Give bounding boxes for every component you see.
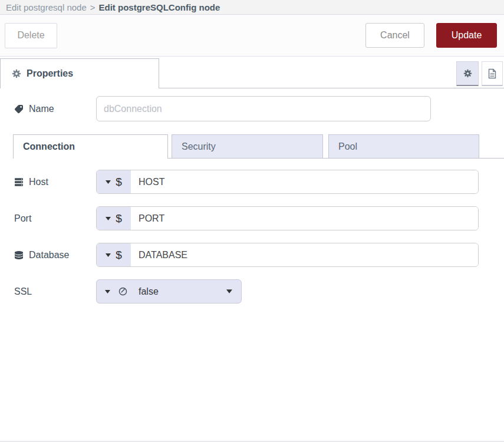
ssl-label-text: SSL	[14, 286, 32, 297]
chevron-down-icon	[105, 290, 110, 293]
chevron-down-icon	[106, 253, 111, 257]
tab-properties[interactable]: Properties	[0, 58, 159, 88]
edit-properties-button[interactable]	[456, 61, 479, 86]
host-row: Host $	[14, 170, 504, 194]
delete-button[interactable]: Delete	[5, 23, 57, 48]
server-icon	[14, 177, 24, 187]
name-row: Name	[14, 96, 504, 121]
database-typed-input: $	[96, 243, 479, 267]
config-tabs: Connection Security Pool	[13, 134, 504, 159]
database-label-text: Database	[29, 250, 70, 260]
gear-icon	[463, 69, 472, 78]
database-icon	[14, 250, 24, 260]
port-label-text: Port	[14, 213, 31, 224]
ssl-value: false	[139, 286, 159, 297]
host-type-select-button[interactable]: $	[97, 170, 131, 193]
port-typed-input: $	[96, 206, 479, 230]
host-label: Host	[14, 177, 96, 187]
host-input[interactable]	[131, 170, 478, 193]
env-var-type-icon: $	[116, 212, 122, 225]
tab-properties-label: Properties	[27, 68, 73, 79]
breadcrumb-current: Edit postgreSQLConfig node	[99, 2, 220, 12]
name-label-text: Name	[29, 104, 54, 114]
tab-connection-label: Connection	[23, 141, 75, 152]
chevron-down-icon	[226, 289, 232, 293]
ssl-select[interactable]: false	[96, 279, 242, 304]
tab-pool-label: Pool	[338, 141, 357, 152]
tab-security[interactable]: Security	[172, 134, 323, 158]
env-var-type-icon: $	[116, 176, 122, 189]
port-input[interactable]	[131, 207, 478, 230]
tab-security-label: Security	[182, 141, 216, 152]
database-type-select-button[interactable]: $	[97, 243, 131, 266]
editor-header: Properties	[0, 57, 504, 88]
breadcrumb: Edit postgresql node > Edit postgreSQLCo…	[0, 0, 504, 15]
ssl-row: SSL false	[14, 279, 504, 304]
name-input[interactable]	[96, 96, 431, 121]
cancel-button[interactable]: Cancel	[365, 23, 424, 48]
port-row: Port $	[14, 206, 504, 230]
toolbar: Delete Cancel Update	[0, 15, 504, 57]
connection-fields: Host $ Port	[14, 170, 504, 304]
database-input[interactable]	[131, 243, 478, 266]
database-label: Database	[14, 250, 96, 260]
update-button[interactable]: Update	[436, 23, 497, 48]
port-label: Port	[14, 213, 96, 224]
properties-panel: Name Connection Security Pool	[0, 88, 504, 304]
doc-icon	[487, 68, 497, 79]
bool-icon	[118, 286, 128, 296]
tab-pool[interactable]: Pool	[328, 134, 479, 158]
host-typed-input: $	[96, 170, 479, 194]
gear-icon	[12, 69, 21, 78]
breadcrumb-parent-link[interactable]: Edit postgresql node	[6, 2, 87, 12]
chevron-down-icon	[106, 180, 111, 184]
ssl-label: SSL	[14, 286, 96, 297]
env-var-type-icon: $	[116, 249, 122, 262]
tab-connection[interactable]: Connection	[13, 134, 168, 159]
database-row: Database $	[14, 243, 504, 267]
host-label-text: Host	[29, 177, 48, 187]
name-label: Name	[14, 104, 96, 114]
chevron-down-icon	[106, 217, 111, 220]
breadcrumb-separator: >	[90, 2, 95, 12]
tag-icon	[14, 104, 24, 114]
port-type-select-button[interactable]: $	[97, 207, 131, 230]
description-button[interactable]	[482, 61, 503, 86]
